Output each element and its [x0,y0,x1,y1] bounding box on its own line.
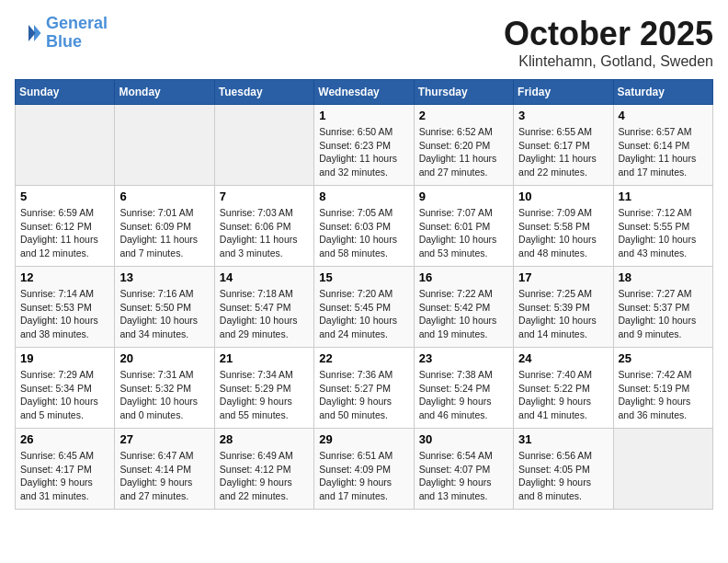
day-number: 29 [319,432,408,446]
calendar-cell: 25Sunrise: 7:42 AM Sunset: 5:19 PM Dayli… [613,348,712,429]
cell-content: Sunrise: 7:38 AM Sunset: 5:24 PM Dayligh… [419,368,508,422]
day-number: 14 [220,270,309,284]
cell-content: Sunrise: 7:22 AM Sunset: 5:42 PM Dayligh… [419,287,508,341]
cell-content: Sunrise: 7:18 AM Sunset: 5:47 PM Dayligh… [220,287,309,341]
calendar-cell [115,105,214,186]
calendar-cell: 22Sunrise: 7:36 AM Sunset: 5:27 PM Dayli… [314,348,414,429]
day-number: 30 [419,432,508,446]
day-number: 20 [119,351,209,365]
calendar-cell: 11Sunrise: 7:12 AM Sunset: 5:55 PM Dayli… [613,186,712,267]
calendar-week-row: 26Sunrise: 6:45 AM Sunset: 4:17 PM Dayli… [16,429,713,510]
day-number: 24 [518,351,608,365]
cell-content: Sunrise: 7:07 AM Sunset: 6:01 PM Dayligh… [419,206,508,260]
cell-content: Sunrise: 6:51 AM Sunset: 4:09 PM Dayligh… [319,449,408,503]
day-number: 13 [119,270,209,284]
cell-content: Sunrise: 7:05 AM Sunset: 6:03 PM Dayligh… [319,206,408,260]
day-number: 6 [119,190,209,203]
day-number: 25 [619,351,708,365]
calendar-cell: 13Sunrise: 7:16 AM Sunset: 5:50 PM Dayli… [115,267,214,348]
header: General Blue October 2025 Klintehamn, Go… [15,15,713,70]
calendar-cell: 10Sunrise: 7:09 AM Sunset: 5:58 PM Dayli… [514,186,613,267]
cell-content: Sunrise: 7:16 AM Sunset: 5:50 PM Dayligh… [119,287,209,341]
calendar-cell: 27Sunrise: 6:47 AM Sunset: 4:14 PM Dayli… [115,429,214,510]
calendar-cell: 15Sunrise: 7:20 AM Sunset: 5:45 PM Dayli… [314,267,414,348]
weekday-header-cell: Wednesday [314,80,414,105]
day-number: 15 [319,270,408,284]
calendar-cell: 5Sunrise: 6:59 AM Sunset: 6:12 PM Daylig… [16,186,115,267]
day-number: 22 [319,351,408,365]
cell-content: Sunrise: 6:52 AM Sunset: 6:20 PM Dayligh… [419,125,508,179]
title-area: October 2025 Klintehamn, Gotland, Sweden [504,15,713,70]
weekday-header-cell: Tuesday [214,80,313,105]
logo-icon [15,19,42,47]
day-number: 1 [319,109,408,122]
calendar-cell: 19Sunrise: 7:29 AM Sunset: 5:34 PM Dayli… [16,348,115,429]
day-number: 16 [419,270,508,284]
cell-content: Sunrise: 6:55 AM Sunset: 6:17 PM Dayligh… [518,125,608,179]
cell-content: Sunrise: 6:59 AM Sunset: 6:12 PM Dayligh… [20,206,109,260]
calendar-cell: 26Sunrise: 6:45 AM Sunset: 4:17 PM Dayli… [16,429,115,510]
day-number: 19 [20,351,109,365]
cell-content: Sunrise: 7:20 AM Sunset: 5:45 PM Dayligh… [319,287,408,341]
day-number: 7 [220,190,309,203]
day-number: 31 [518,432,608,446]
calendar-cell: 6Sunrise: 7:01 AM Sunset: 6:09 PM Daylig… [115,186,214,267]
cell-content: Sunrise: 6:49 AM Sunset: 4:12 PM Dayligh… [220,449,309,503]
calendar-week-row: 12Sunrise: 7:14 AM Sunset: 5:53 PM Dayli… [16,267,713,348]
weekday-header-row: SundayMondayTuesdayWednesdayThursdayFrid… [16,80,713,105]
weekday-header-cell: Sunday [16,80,115,105]
calendar-cell: 24Sunrise: 7:40 AM Sunset: 5:22 PM Dayli… [514,348,613,429]
day-number: 18 [619,270,708,284]
cell-content: Sunrise: 7:01 AM Sunset: 6:09 PM Dayligh… [119,206,209,260]
weekday-header-cell: Thursday [414,80,513,105]
calendar-cell: 12Sunrise: 7:14 AM Sunset: 5:53 PM Dayli… [16,267,115,348]
day-number: 23 [419,351,508,365]
logo: General Blue [15,15,108,52]
cell-content: Sunrise: 7:40 AM Sunset: 5:22 PM Dayligh… [518,368,608,422]
calendar-body: 1Sunrise: 6:50 AM Sunset: 6:23 PM Daylig… [16,105,713,510]
month-title: October 2025 [504,15,713,53]
day-number: 21 [220,351,309,365]
calendar-cell [16,105,115,186]
day-number: 4 [619,109,708,122]
calendar-cell: 7Sunrise: 7:03 AM Sunset: 6:06 PM Daylig… [214,186,313,267]
weekday-header-cell: Monday [115,80,214,105]
day-number: 8 [319,190,408,203]
calendar-table: SundayMondayTuesdayWednesdayThursdayFrid… [15,79,713,510]
cell-content: Sunrise: 7:27 AM Sunset: 5:37 PM Dayligh… [619,287,708,341]
calendar-cell: 21Sunrise: 7:34 AM Sunset: 5:29 PM Dayli… [214,348,313,429]
cell-content: Sunrise: 6:57 AM Sunset: 6:14 PM Dayligh… [619,125,708,179]
calendar-cell: 2Sunrise: 6:52 AM Sunset: 6:20 PM Daylig… [414,105,513,186]
cell-content: Sunrise: 6:54 AM Sunset: 4:07 PM Dayligh… [419,449,508,503]
calendar-cell [214,105,313,186]
calendar-week-row: 1Sunrise: 6:50 AM Sunset: 6:23 PM Daylig… [16,105,713,186]
day-number: 9 [419,190,508,203]
calendar-cell: 17Sunrise: 7:25 AM Sunset: 5:39 PM Dayli… [514,267,613,348]
day-number: 5 [20,190,109,203]
calendar-cell: 28Sunrise: 6:49 AM Sunset: 4:12 PM Dayli… [214,429,313,510]
calendar-cell: 8Sunrise: 7:05 AM Sunset: 6:03 PM Daylig… [314,186,414,267]
day-number: 27 [119,432,209,446]
calendar-cell: 30Sunrise: 6:54 AM Sunset: 4:07 PM Dayli… [414,429,513,510]
day-number: 28 [220,432,309,446]
cell-content: Sunrise: 6:50 AM Sunset: 6:23 PM Dayligh… [319,125,408,179]
calendar-week-row: 5Sunrise: 6:59 AM Sunset: 6:12 PM Daylig… [16,186,713,267]
day-number: 10 [518,190,608,203]
cell-content: Sunrise: 7:36 AM Sunset: 5:27 PM Dayligh… [319,368,408,422]
location-title: Klintehamn, Gotland, Sweden [504,53,713,70]
day-number: 11 [619,190,708,203]
cell-content: Sunrise: 6:47 AM Sunset: 4:14 PM Dayligh… [119,449,209,503]
cell-content: Sunrise: 7:42 AM Sunset: 5:19 PM Dayligh… [619,368,708,422]
day-number: 17 [518,270,608,284]
cell-content: Sunrise: 7:12 AM Sunset: 5:55 PM Dayligh… [619,206,708,260]
weekday-header-cell: Saturday [613,80,712,105]
calendar-cell: 23Sunrise: 7:38 AM Sunset: 5:24 PM Dayli… [414,348,513,429]
cell-content: Sunrise: 7:31 AM Sunset: 5:32 PM Dayligh… [119,368,209,422]
calendar-cell [613,429,712,510]
cell-content: Sunrise: 7:29 AM Sunset: 5:34 PM Dayligh… [20,368,109,422]
cell-content: Sunrise: 7:25 AM Sunset: 5:39 PM Dayligh… [518,287,608,341]
cell-content: Sunrise: 7:14 AM Sunset: 5:53 PM Dayligh… [20,287,109,341]
calendar-cell: 3Sunrise: 6:55 AM Sunset: 6:17 PM Daylig… [514,105,613,186]
calendar-cell: 4Sunrise: 6:57 AM Sunset: 6:14 PM Daylig… [613,105,712,186]
weekday-header-cell: Friday [514,80,613,105]
